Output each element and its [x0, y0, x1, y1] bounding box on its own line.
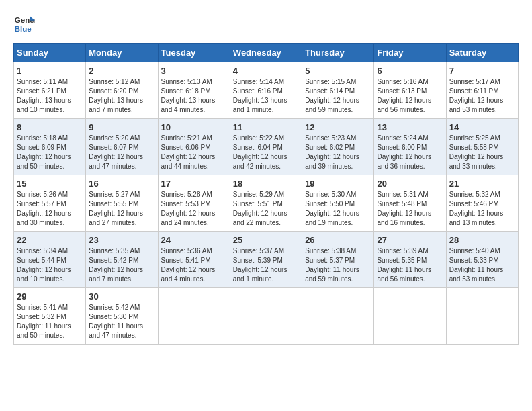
day-number: 11: [233, 122, 299, 132]
calendar-row: 29Sunrise: 5:41 AM Sunset: 5:32 PM Dayli…: [14, 288, 519, 345]
day-info: Sunrise: 5:37 AM Sunset: 5:39 PM Dayligh…: [233, 246, 299, 284]
day-info: Sunrise: 5:12 AM Sunset: 6:20 PM Dayligh…: [89, 77, 154, 115]
day-number: 1: [17, 66, 83, 76]
day-number: 30: [89, 291, 154, 302]
table-row: [302, 288, 374, 345]
col-friday: Friday: [374, 44, 446, 62]
table-row: 5Sunrise: 5:15 AM Sunset: 6:14 PM Daylig…: [302, 62, 374, 119]
day-number: 27: [377, 235, 443, 245]
day-info: Sunrise: 5:18 AM Sunset: 6:09 PM Dayligh…: [17, 134, 83, 171]
day-number: 21: [449, 179, 515, 189]
day-number: 2: [89, 66, 154, 76]
svg-text:Blue: Blue: [15, 25, 32, 33]
table-row: 22Sunrise: 5:34 AM Sunset: 5:44 PM Dayli…: [14, 232, 86, 288]
day-number: 14: [449, 122, 515, 132]
day-info: Sunrise: 5:17 AM Sunset: 6:11 PM Dayligh…: [449, 77, 515, 115]
day-info: Sunrise: 5:42 AM Sunset: 5:30 PM Dayligh…: [89, 303, 154, 340]
table-row: 23Sunrise: 5:35 AM Sunset: 5:42 PM Dayli…: [86, 232, 158, 288]
day-number: 4: [233, 66, 299, 76]
day-number: 12: [305, 122, 371, 132]
day-info: Sunrise: 5:41 AM Sunset: 5:32 PM Dayligh…: [17, 303, 83, 340]
day-info: Sunrise: 5:40 AM Sunset: 5:33 PM Dayligh…: [449, 246, 515, 284]
day-number: 5: [305, 66, 371, 76]
day-info: Sunrise: 5:38 AM Sunset: 5:37 PM Dayligh…: [305, 246, 371, 284]
table-row: 17Sunrise: 5:28 AM Sunset: 5:53 PM Dayli…: [158, 175, 230, 232]
table-row: 8Sunrise: 5:18 AM Sunset: 6:09 PM Daylig…: [14, 119, 86, 175]
day-number: 20: [377, 179, 443, 189]
table-row: [158, 288, 230, 345]
day-info: Sunrise: 5:24 AM Sunset: 6:00 PM Dayligh…: [377, 134, 443, 171]
day-info: Sunrise: 5:15 AM Sunset: 6:14 PM Dayligh…: [305, 77, 371, 115]
day-info: Sunrise: 5:26 AM Sunset: 5:57 PM Dayligh…: [17, 190, 83, 228]
table-row: 2Sunrise: 5:12 AM Sunset: 6:20 PM Daylig…: [86, 62, 158, 119]
table-row: 10Sunrise: 5:21 AM Sunset: 6:06 PM Dayli…: [158, 119, 230, 175]
day-number: 7: [449, 66, 515, 76]
day-info: Sunrise: 5:11 AM Sunset: 6:21 PM Dayligh…: [17, 77, 83, 115]
table-row: 21Sunrise: 5:32 AM Sunset: 5:46 PM Dayli…: [446, 175, 518, 232]
table-row: 18Sunrise: 5:29 AM Sunset: 5:51 PM Dayli…: [230, 175, 302, 232]
table-row: 13Sunrise: 5:24 AM Sunset: 6:00 PM Dayli…: [374, 119, 446, 175]
table-row: 25Sunrise: 5:37 AM Sunset: 5:39 PM Dayli…: [230, 232, 302, 288]
col-sunday: Sunday: [14, 44, 86, 62]
col-wednesday: Wednesday: [230, 44, 302, 62]
table-row: 20Sunrise: 5:31 AM Sunset: 5:48 PM Dayli…: [374, 175, 446, 232]
day-info: Sunrise: 5:31 AM Sunset: 5:48 PM Dayligh…: [377, 190, 443, 228]
table-row: 19Sunrise: 5:30 AM Sunset: 5:50 PM Dayli…: [302, 175, 374, 232]
table-row: [374, 288, 446, 345]
table-row: 14Sunrise: 5:25 AM Sunset: 5:58 PM Dayli…: [446, 119, 518, 175]
calendar-row: 22Sunrise: 5:34 AM Sunset: 5:44 PM Dayli…: [14, 232, 519, 288]
day-number: 17: [161, 179, 227, 189]
day-info: Sunrise: 5:25 AM Sunset: 5:58 PM Dayligh…: [449, 134, 515, 171]
day-number: 22: [17, 235, 83, 245]
col-monday: Monday: [86, 44, 158, 62]
col-saturday: Saturday: [446, 44, 518, 62]
table-row: 3Sunrise: 5:13 AM Sunset: 6:18 PM Daylig…: [158, 62, 230, 119]
day-info: Sunrise: 5:34 AM Sunset: 5:44 PM Dayligh…: [17, 246, 83, 284]
page-header: General Blue: [13, 13, 519, 35]
day-number: 3: [161, 66, 227, 76]
table-row: 15Sunrise: 5:26 AM Sunset: 5:57 PM Dayli…: [14, 175, 86, 232]
table-row: 12Sunrise: 5:23 AM Sunset: 6:02 PM Dayli…: [302, 119, 374, 175]
header-row: Sunday Monday Tuesday Wednesday Thursday…: [14, 44, 519, 62]
day-info: Sunrise: 5:13 AM Sunset: 6:18 PM Dayligh…: [161, 77, 227, 115]
day-number: 24: [161, 235, 227, 245]
day-number: 18: [233, 179, 299, 189]
day-number: 15: [17, 179, 83, 189]
day-info: Sunrise: 5:35 AM Sunset: 5:42 PM Dayligh…: [89, 246, 154, 284]
table-row: 1Sunrise: 5:11 AM Sunset: 6:21 PM Daylig…: [14, 62, 86, 119]
day-number: 6: [377, 66, 443, 76]
table-row: 24Sunrise: 5:36 AM Sunset: 5:41 PM Dayli…: [158, 232, 230, 288]
table-row: 16Sunrise: 5:27 AM Sunset: 5:55 PM Dayli…: [86, 175, 158, 232]
table-row: 30Sunrise: 5:42 AM Sunset: 5:30 PM Dayli…: [86, 288, 158, 345]
day-number: 26: [305, 235, 371, 245]
table-row: 28Sunrise: 5:40 AM Sunset: 5:33 PM Dayli…: [446, 232, 518, 288]
day-info: Sunrise: 5:29 AM Sunset: 5:51 PM Dayligh…: [233, 190, 299, 228]
day-number: 25: [233, 235, 299, 245]
logo: General Blue: [13, 13, 35, 35]
calendar-row: 8Sunrise: 5:18 AM Sunset: 6:09 PM Daylig…: [14, 119, 519, 175]
col-thursday: Thursday: [302, 44, 374, 62]
day-number: 13: [377, 122, 443, 132]
day-number: 19: [305, 179, 371, 189]
day-info: Sunrise: 5:14 AM Sunset: 6:16 PM Dayligh…: [233, 77, 299, 115]
table-row: [230, 288, 302, 345]
day-number: 8: [17, 122, 83, 132]
table-row: 4Sunrise: 5:14 AM Sunset: 6:16 PM Daylig…: [230, 62, 302, 119]
day-info: Sunrise: 5:30 AM Sunset: 5:50 PM Dayligh…: [305, 190, 371, 228]
day-number: 28: [449, 235, 515, 245]
day-number: 23: [89, 235, 154, 245]
calendar-row: 1Sunrise: 5:11 AM Sunset: 6:21 PM Daylig…: [14, 62, 519, 119]
table-row: 11Sunrise: 5:22 AM Sunset: 6:04 PM Dayli…: [230, 119, 302, 175]
table-row: 29Sunrise: 5:41 AM Sunset: 5:32 PM Dayli…: [14, 288, 86, 345]
day-info: Sunrise: 5:28 AM Sunset: 5:53 PM Dayligh…: [161, 190, 227, 228]
col-tuesday: Tuesday: [158, 44, 230, 62]
table-row: 9Sunrise: 5:20 AM Sunset: 6:07 PM Daylig…: [86, 119, 158, 175]
day-info: Sunrise: 5:39 AM Sunset: 5:35 PM Dayligh…: [377, 246, 443, 284]
calendar-table: Sunday Monday Tuesday Wednesday Thursday…: [13, 43, 519, 345]
table-row: 27Sunrise: 5:39 AM Sunset: 5:35 PM Dayli…: [374, 232, 446, 288]
day-number: 29: [17, 291, 83, 302]
day-info: Sunrise: 5:22 AM Sunset: 6:04 PM Dayligh…: [233, 134, 299, 171]
day-info: Sunrise: 5:20 AM Sunset: 6:07 PM Dayligh…: [89, 134, 154, 171]
table-row: 7Sunrise: 5:17 AM Sunset: 6:11 PM Daylig…: [446, 62, 518, 119]
day-number: 10: [161, 122, 227, 132]
